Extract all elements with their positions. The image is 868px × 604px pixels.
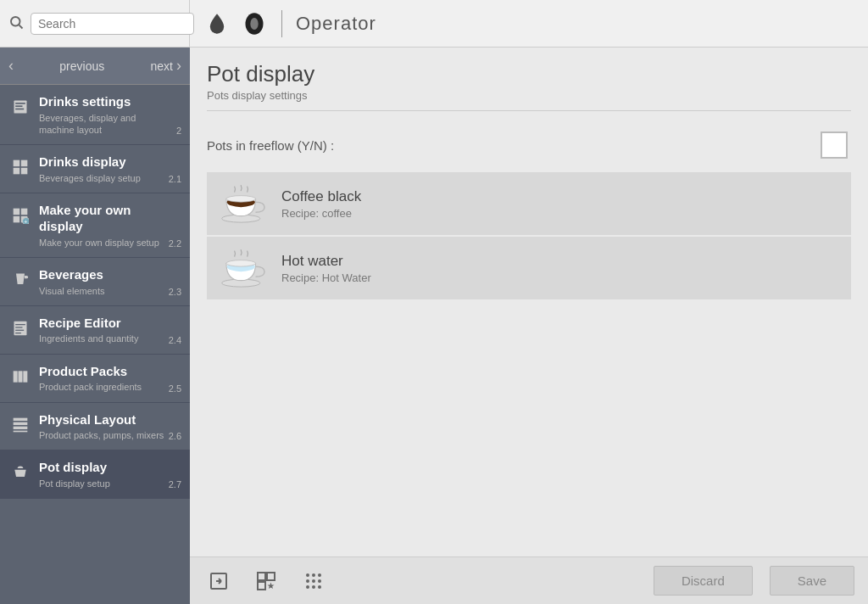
make-your-own-sub: Make your own display setup <box>39 237 165 249</box>
page-title: Pot display <box>207 61 851 87</box>
save-button[interactable]: Save <box>770 566 854 596</box>
svg-rect-38 <box>267 573 275 580</box>
drinks-display-sub: Beverages display setup <box>39 172 165 184</box>
make-your-own-title: Make your own display <box>39 202 165 235</box>
sidebar-item-recipe-editor[interactable]: Recipe Editor Ingredients and quantity 2… <box>0 306 190 355</box>
svg-rect-14 <box>14 216 20 223</box>
page-subtitle: Pots display settings <box>207 89 851 111</box>
svg-point-42 <box>312 573 315 577</box>
svg-rect-39 <box>258 582 265 590</box>
export-icon[interactable] <box>203 566 234 596</box>
prev-chevron-icon[interactable]: ‹ <box>8 57 14 75</box>
beverages-sub: Visual elements <box>39 285 165 297</box>
prev-label: previous <box>17 59 147 73</box>
beverages-title: Beverages <box>39 266 165 283</box>
pot-display-num: 2.7 <box>169 479 181 489</box>
water-cup-image <box>217 245 271 291</box>
product-packs-title: Product Packs <box>39 363 165 380</box>
svg-rect-11 <box>21 168 28 175</box>
svg-rect-8 <box>14 160 20 167</box>
svg-rect-6 <box>15 105 22 107</box>
freeflow-label: Pots in freeflow (Y/N) : <box>207 138 334 153</box>
grid-star-icon[interactable] <box>251 566 281 596</box>
svg-rect-19 <box>15 324 25 325</box>
sidebar-item-pot-display[interactable]: Pot display Pot display setup 2.7 <box>0 450 190 499</box>
main-layout: ‹ previous next › Drinks settings Bevera… <box>0 48 868 604</box>
svg-rect-21 <box>15 330 24 331</box>
freeflow-row: Pots in freeflow (Y/N) : <box>207 131 851 159</box>
svg-point-43 <box>318 573 321 577</box>
pot-coffee-name: Coffee black <box>281 188 841 205</box>
grid-display-icon <box>8 155 32 179</box>
pot-water-name: Hot water <box>281 253 841 270</box>
sidebar-item-physical-layout[interactable]: Physical Layout Product packs, pumps, mi… <box>0 403 190 451</box>
sidebar-item-drinks-display[interactable]: Drinks display Beverages display setup 2… <box>0 145 190 193</box>
footer: Discard Save <box>190 556 868 604</box>
operator-title: Operator <box>296 13 376 35</box>
freeflow-checkbox[interactable] <box>821 131 848 159</box>
drinks-display-title: Drinks display <box>39 154 165 171</box>
sidebar-item-beverages[interactable]: Beverages Visual elements 2.3 <box>0 258 190 306</box>
discard-button[interactable]: Discard <box>654 566 753 596</box>
svg-rect-9 <box>21 160 28 167</box>
svg-rect-24 <box>19 371 23 382</box>
svg-point-3 <box>250 18 258 30</box>
next-label: next <box>151 59 173 73</box>
pot-display-sub: Pot display setup <box>39 478 165 489</box>
book-icon <box>8 95 32 119</box>
search-area <box>0 0 190 47</box>
sidebar-item-make-your-own[interactable]: + Make your own display Make your own di… <box>0 193 190 258</box>
svg-rect-12 <box>14 209 20 215</box>
svg-rect-28 <box>14 426 28 428</box>
sidebar-item-product-packs[interactable]: Product Packs Product pack ingredients 2… <box>0 355 190 403</box>
svg-text:+: + <box>24 219 27 224</box>
pot-list: Coffee black Recipe: coffee <box>207 172 851 299</box>
next-chevron-icon[interactable]: › <box>176 57 181 75</box>
svg-rect-5 <box>15 103 25 104</box>
cup-icon <box>8 268 32 292</box>
coffee-bean-icon <box>241 10 268 37</box>
nav-prev-next: ‹ previous next › <box>0 48 190 85</box>
drinks-display-num: 2.1 <box>169 174 181 184</box>
svg-rect-20 <box>15 327 22 327</box>
beverages-num: 2.3 <box>169 287 181 297</box>
svg-rect-25 <box>23 371 27 382</box>
search-icon <box>8 14 24 33</box>
pot-item-hot-water[interactable]: Hot water Recipe: Hot Water <box>207 237 851 299</box>
water-drop-icon <box>203 10 231 37</box>
physical-layout-num: 2.6 <box>169 431 181 441</box>
operator-divider <box>281 10 282 37</box>
custom-display-icon: + <box>8 204 32 227</box>
svg-rect-26 <box>14 417 28 420</box>
svg-marker-40 <box>268 582 275 589</box>
pot-icon <box>8 461 32 484</box>
drinks-settings-title: Drinks settings <box>39 93 173 110</box>
recipe-icon <box>8 316 32 340</box>
pot-item-coffee-black[interactable]: Coffee black Recipe: coffee <box>207 172 851 235</box>
footer-actions: Discard Save <box>654 566 854 596</box>
svg-point-32 <box>226 196 256 203</box>
svg-rect-10 <box>14 168 20 175</box>
sidebar-item-drinks-settings[interactable]: Drinks settings Beverages, display and m… <box>0 85 190 145</box>
svg-rect-7 <box>15 109 24 110</box>
svg-point-48 <box>312 585 315 589</box>
svg-rect-37 <box>258 573 265 580</box>
grid-dots-icon[interactable] <box>298 566 329 596</box>
product-packs-sub: Product pack ingredients <box>39 381 165 393</box>
physical-layout-title: Physical Layout <box>39 411 165 428</box>
physical-layout-sub: Product packs, pumps, mixers <box>39 429 165 441</box>
operator-bar: Operator <box>190 10 868 37</box>
footer-icons <box>203 566 329 596</box>
svg-point-44 <box>306 579 309 583</box>
pot-display-title: Pot display <box>39 459 165 476</box>
svg-point-47 <box>306 585 309 589</box>
product-packs-num: 2.5 <box>169 383 181 394</box>
coffee-cup-image <box>217 181 271 226</box>
svg-rect-29 <box>14 430 28 432</box>
search-input[interactable] <box>31 13 194 35</box>
svg-rect-22 <box>15 333 21 333</box>
recipe-editor-num: 2.4 <box>169 335 181 345</box>
drinks-settings-num: 2 <box>176 126 181 136</box>
svg-line-1 <box>19 25 22 28</box>
svg-point-0 <box>11 17 20 26</box>
